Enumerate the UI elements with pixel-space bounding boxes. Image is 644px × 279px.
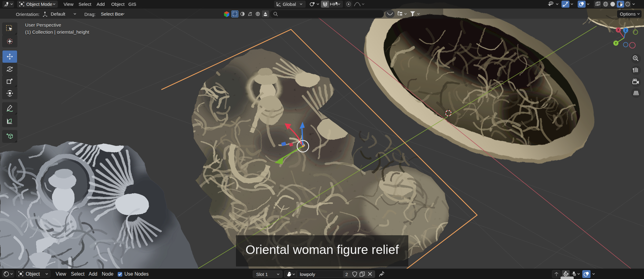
svg-text:Y: Y (615, 42, 617, 45)
svg-text:X: X (617, 28, 620, 32)
svg-text:Z: Z (625, 29, 627, 32)
